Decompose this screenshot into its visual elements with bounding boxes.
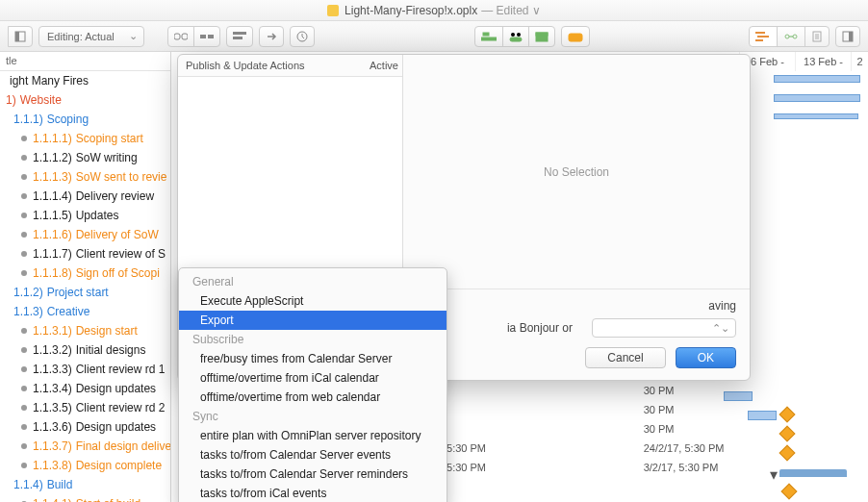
svg-rect-18 bbox=[755, 32, 765, 34]
gantt-bars bbox=[774, 75, 864, 131]
report-view-button[interactable] bbox=[804, 26, 830, 47]
task-number: 1.1.3.4) bbox=[33, 382, 72, 395]
task-number: 1.1.1.7) bbox=[33, 247, 72, 261]
task-number: 1.1.3.2) bbox=[33, 343, 72, 357]
dialog-text-fragment: ia Bonjour or bbox=[507, 321, 573, 335]
task-label: Sign off of Scopi bbox=[76, 266, 160, 280]
add-action-menu[interactable]: GeneralExecute AppleScriptExportSubscrib… bbox=[178, 267, 447, 502]
bullet-icon bbox=[21, 174, 27, 180]
svg-rect-7 bbox=[233, 37, 243, 39]
outline-row[interactable]: 1.1.1.4)Delivery review bbox=[0, 187, 170, 206]
bullet-icon bbox=[21, 366, 27, 372]
outline-row[interactable]: 1.1.1.5)Updates bbox=[0, 206, 170, 225]
task-number: 1) bbox=[6, 93, 16, 107]
task-label: Client review rd 2 bbox=[76, 401, 166, 414]
outline-row[interactable]: 1.1.3.1)Design start bbox=[0, 321, 170, 340]
outline-row[interactable]: 1.1.1.2)SoW writing bbox=[0, 148, 170, 167]
inspector-toggle-button[interactable] bbox=[8, 26, 33, 47]
outline-row[interactable]: 1.1.3.8)Design complete bbox=[0, 456, 170, 475]
svg-rect-9 bbox=[481, 38, 497, 40]
svg-rect-20 bbox=[755, 39, 763, 41]
ok-button[interactable]: OK bbox=[676, 347, 736, 368]
task-outline[interactable]: tle ight Many Fires1)Website1.1.1)Scopin… bbox=[0, 52, 171, 502]
calendar-button[interactable] bbox=[528, 26, 555, 47]
outline-row[interactable]: 1.1.2)Project start bbox=[0, 283, 170, 302]
bullet-icon bbox=[21, 405, 27, 411]
outline-row[interactable]: 1.1.3.3)Client review rd 1 bbox=[0, 360, 170, 379]
chevron-down-icon: ⌄ bbox=[129, 30, 138, 42]
menu-item[interactable]: tasks to/from Calendar Server reminders bbox=[179, 464, 447, 484]
link-button[interactable] bbox=[167, 26, 194, 47]
svg-point-17 bbox=[573, 35, 577, 39]
menu-item[interactable]: Export bbox=[179, 311, 447, 330]
outline-row[interactable]: 1)Website bbox=[0, 90, 170, 110]
split-button[interactable] bbox=[193, 26, 220, 47]
task-label: Updates bbox=[76, 209, 119, 222]
task-label: Design updates bbox=[76, 420, 156, 434]
outline-row[interactable]: 1.1.1.3)SoW sent to revie bbox=[0, 167, 170, 187]
svg-point-21 bbox=[785, 35, 789, 38]
window-titlebar: Light-Many-Firesop!x.oplx — Edited ∨ bbox=[0, 0, 868, 21]
task-number: 1.1.3.8) bbox=[33, 459, 72, 472]
reschedule-button[interactable] bbox=[290, 26, 315, 47]
svg-rect-25 bbox=[849, 32, 853, 41]
outline-row[interactable]: 1.1.1.1)Scoping start bbox=[0, 129, 170, 148]
task-number: 1.1.3.5) bbox=[33, 401, 72, 414]
cell-end: 30 PM bbox=[636, 400, 868, 419]
task-number: 1.1.1.6) bbox=[33, 228, 72, 241]
network-view-button[interactable] bbox=[777, 26, 805, 47]
outline-row[interactable]: 1.1.1.7)Client review of S bbox=[0, 244, 170, 264]
cancel-button[interactable]: Cancel bbox=[585, 347, 665, 368]
svg-rect-1 bbox=[15, 32, 19, 41]
task-label: SoW sent to revie bbox=[76, 170, 167, 184]
actions-column-header: Publish & Update Actions bbox=[178, 55, 356, 76]
bullet-icon bbox=[21, 424, 27, 430]
svg-rect-19 bbox=[757, 36, 769, 38]
task-label: Delivery of SoW bbox=[76, 228, 159, 241]
resources-button[interactable] bbox=[502, 26, 529, 47]
task-number: 1.1.2) bbox=[13, 286, 43, 299]
toolbar-group-2 bbox=[474, 26, 555, 47]
task-label: ight Many Fires bbox=[10, 74, 89, 88]
gantt-view-button[interactable] bbox=[749, 26, 778, 47]
bonjour-select[interactable]: ⌃⌄ bbox=[592, 318, 736, 338]
menu-item[interactable]: entire plan with OmniPlan server reposit… bbox=[179, 426, 447, 445]
editing-mode-dropdown[interactable]: Editing: Actual ⌄ bbox=[38, 26, 144, 47]
menu-item[interactable]: free/busy times from Calendar Server bbox=[179, 349, 447, 368]
outline-row[interactable]: 1.1.3.2)Initial designs bbox=[0, 340, 170, 360]
outline-row[interactable]: 1.1.3.5)Client review rd 2 bbox=[0, 398, 170, 417]
view-segment bbox=[8, 26, 33, 47]
outline-row[interactable]: 1.1.3.6)Design updates bbox=[0, 417, 170, 437]
outline-row[interactable]: 1.1.1.8)Sign off of Scopi bbox=[0, 264, 170, 283]
outline-row[interactable]: 1.1.4.1)Start of build bbox=[0, 494, 170, 502]
baseline-button[interactable] bbox=[474, 26, 503, 47]
menu-item[interactable]: offtime/overtime from iCal calendar bbox=[179, 368, 447, 388]
menu-item[interactable]: tasks to/from iCal events bbox=[179, 484, 447, 502]
bullet-icon bbox=[21, 386, 27, 391]
task-label: Scoping start bbox=[76, 132, 143, 145]
bullet-icon bbox=[21, 443, 27, 449]
outline-row[interactable]: 1.1.1)Scoping bbox=[0, 110, 170, 129]
catchup-button[interactable] bbox=[259, 26, 284, 47]
bullet-icon bbox=[21, 155, 27, 161]
bullet-icon bbox=[21, 328, 27, 334]
task-number: 1.1.4.1) bbox=[33, 497, 72, 502]
outline-column-header: tle bbox=[0, 52, 170, 71]
outline-row[interactable]: 1.1.4)Build bbox=[0, 475, 170, 494]
task-number: 1.1.4) bbox=[13, 478, 43, 491]
outline-row[interactable]: 1.1.3)Creative bbox=[0, 302, 170, 321]
cell-end: 24/2/17, 5:30 PM bbox=[636, 439, 868, 458]
menu-item[interactable]: Execute AppleScript bbox=[179, 291, 447, 311]
menu-item[interactable]: offtime/overtime from web calendar bbox=[179, 388, 447, 407]
document-icon bbox=[327, 5, 339, 16]
sidebar-toggle-button[interactable] bbox=[835, 26, 860, 47]
snapshot-button[interactable] bbox=[561, 26, 590, 47]
outline-row[interactable]: 1.1.3.4)Design updates bbox=[0, 379, 170, 398]
level-button[interactable] bbox=[226, 26, 253, 47]
outline-row[interactable]: 1.1.1.6)Delivery of SoW bbox=[0, 225, 170, 244]
menu-item[interactable]: tasks to/from Calendar Server events bbox=[179, 445, 447, 464]
bullet-icon bbox=[21, 347, 27, 353]
outline-row[interactable]: 1.1.3.7)Final design delivery bbox=[0, 437, 170, 456]
outline-row[interactable]: ight Many Fires bbox=[0, 71, 170, 90]
task-label: Design start bbox=[76, 324, 138, 338]
